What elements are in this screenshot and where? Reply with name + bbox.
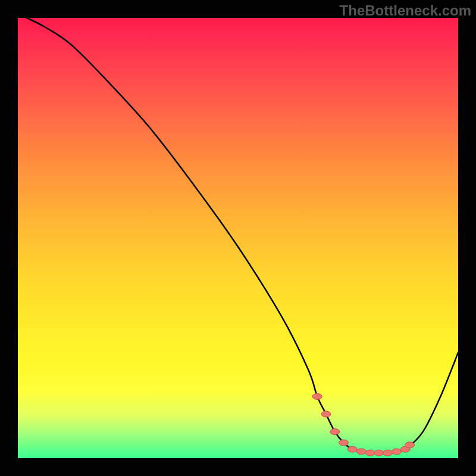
marker-dot [321,411,331,417]
marker-dot [392,449,401,455]
curve-layer [18,18,458,458]
marker-dot [312,393,322,399]
marker-dot [356,449,366,455]
marker-dot [383,450,393,456]
marker-dot [330,429,340,435]
marker-dot [339,440,349,446]
watermark-text: TheBottleneck.com [340,2,471,19]
plot-area [18,18,458,458]
marker-dot [374,450,384,456]
marker-dot [365,450,375,456]
marker-dot [405,442,415,448]
chart-container: TheBottleneck.com [0,0,476,476]
flat-region-markers [312,393,414,456]
main-curve [27,18,458,453]
marker-dot [347,446,357,452]
